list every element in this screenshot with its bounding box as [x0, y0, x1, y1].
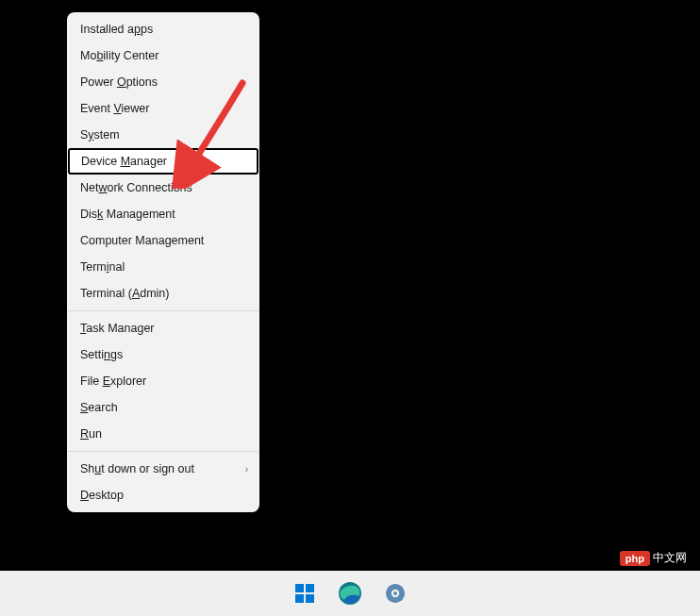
taskbar — [0, 571, 700, 616]
edge-icon — [338, 581, 362, 606]
menu-item-label: Disk Management — [80, 208, 175, 221]
menu-item-label: Event Viewer — [80, 102, 149, 115]
svg-rect-1 — [295, 584, 304, 592]
menu-item-label: Installed apps — [80, 23, 153, 36]
menu-item-shut-down[interactable]: Shut down or sign out› — [67, 456, 259, 482]
svg-rect-4 — [306, 594, 314, 603]
gear-icon — [383, 581, 408, 606]
menu-divider — [68, 451, 258, 452]
svg-rect-3 — [295, 594, 304, 603]
menu-item-run[interactable]: Run — [67, 421, 259, 447]
menu-item-network-connections[interactable]: Network Connections — [67, 175, 259, 201]
menu-item-label: Desktop — [80, 489, 124, 502]
menu-item-device-manager[interactable]: Device Manager — [68, 148, 258, 175]
menu-divider — [68, 310, 258, 311]
menu-item-label: Computer Management — [80, 234, 204, 247]
svg-rect-8 — [394, 584, 396, 588]
menu-item-settings[interactable]: Settings — [67, 341, 259, 368]
settings-button[interactable] — [376, 574, 414, 612]
menu-item-search[interactable]: Search — [67, 394, 259, 421]
menu-item-label: Terminal — [80, 260, 125, 274]
edge-browser-button[interactable] — [331, 574, 369, 612]
menu-item-label: Mobility Center — [80, 49, 158, 62]
svg-rect-11 — [401, 592, 405, 594]
menu-item-label: Search — [80, 401, 118, 414]
watermark: php 中文网 — [617, 547, 694, 569]
menu-item-power-options[interactable]: Power Options — [67, 69, 259, 95]
menu-item-file-explorer[interactable]: File Explorer — [67, 368, 259, 394]
svg-rect-9 — [394, 599, 396, 603]
menu-item-disk-management[interactable]: Disk Management — [67, 201, 259, 227]
menu-item-label: Device Manager — [81, 155, 167, 168]
menu-item-terminal[interactable]: Terminal — [67, 254, 259, 280]
menu-item-event-viewer[interactable]: Event Viewer — [67, 95, 259, 122]
windows-logo-icon — [293, 582, 316, 605]
menu-item-label: Network Connections — [80, 181, 192, 194]
chevron-right-icon: › — [245, 464, 248, 474]
menu-item-label: File Explorer — [80, 375, 146, 388]
menu-item-label: Terminal (Admin) — [80, 287, 169, 300]
menu-item-computer-management[interactable]: Computer Management — [67, 227, 259, 254]
menu-item-label: Settings — [80, 348, 123, 361]
svg-point-16 — [393, 591, 397, 595]
menu-item-label: Run — [80, 427, 102, 441]
watermark-text: 中文网 — [653, 550, 687, 566]
menu-item-label: Power Options — [80, 75, 158, 89]
svg-rect-10 — [386, 592, 390, 594]
svg-rect-2 — [306, 584, 314, 592]
winx-context-menu: Installed appsMobility CenterPower Optio… — [67, 12, 259, 512]
menu-item-task-manager[interactable]: Task Manager — [67, 315, 259, 341]
menu-item-desktop[interactable]: Desktop — [67, 482, 259, 508]
menu-item-mobility-center[interactable]: Mobility Center — [67, 42, 259, 69]
menu-item-label: Task Manager — [80, 322, 155, 335]
menu-item-label: System — [80, 128, 120, 142]
menu-item-installed-apps[interactable]: Installed apps — [67, 16, 259, 42]
start-button[interactable] — [286, 574, 324, 612]
watermark-badge: php — [620, 551, 650, 566]
menu-item-terminal-admin[interactable]: Terminal (Admin) — [67, 280, 259, 307]
menu-item-system[interactable]: System — [67, 122, 259, 148]
menu-item-label: Shut down or sign out — [80, 462, 194, 475]
